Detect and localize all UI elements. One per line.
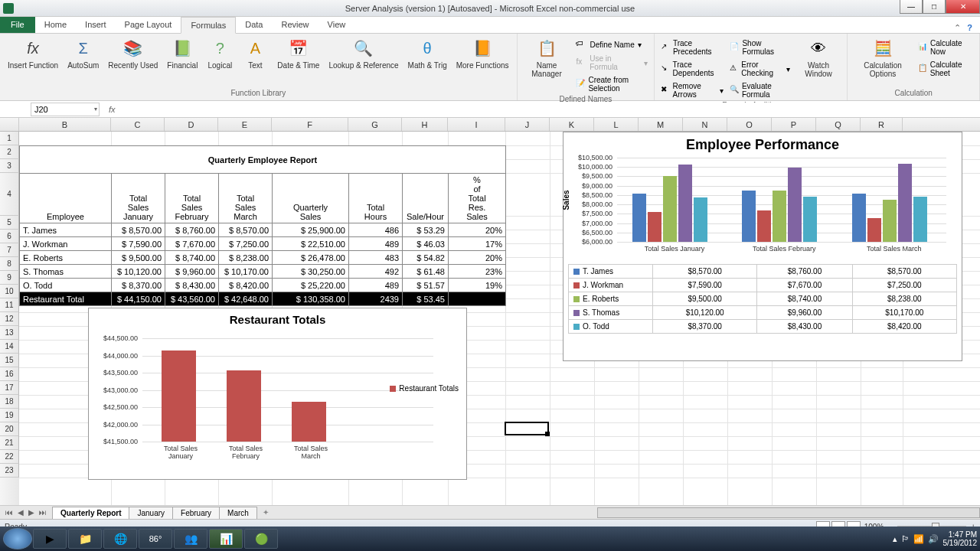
minimize-ribbon-icon[interactable]: ⌃	[954, 23, 961, 33]
tab-formulas[interactable]: Formulas	[181, 17, 236, 34]
column-header[interactable]: C	[111, 118, 165, 131]
evaluate-formula-button[interactable]: 🔍Evaluate Formula	[728, 81, 792, 99]
file-tab[interactable]: File	[0, 16, 35, 33]
taskbar-chrome[interactable]: 🌐	[103, 529, 137, 549]
row-header[interactable]: 22	[0, 450, 19, 464]
column-header[interactable]: L	[594, 118, 639, 131]
tab-review[interactable]: Review	[272, 16, 318, 33]
new-sheet-button[interactable]: ✦	[256, 508, 275, 517]
row-header[interactable]: 3	[0, 159, 19, 173]
column-header[interactable]: E	[218, 118, 272, 131]
sheet-last-button[interactable]: ⏭	[37, 508, 49, 517]
row-header[interactable]: 16	[0, 367, 19, 381]
column-header[interactable]: M	[639, 118, 683, 131]
close-button[interactable]: ✕	[946, 0, 980, 14]
spreadsheet-grid[interactable]: BCDEFGHIJKLMNOPQR 1234567891011121314151…	[0, 118, 980, 505]
tab-view[interactable]: View	[318, 16, 355, 33]
remove-arrows-button[interactable]: ✖Remove Arrows ▾	[659, 81, 725, 99]
row-header[interactable]: 12	[0, 312, 19, 326]
column-header[interactable]: O	[727, 118, 772, 131]
column-header[interactable]: J	[505, 118, 550, 131]
maximize-button[interactable]: □	[923, 0, 946, 14]
taskbar-media[interactable]: ▶	[33, 529, 67, 549]
error-checking-button[interactable]: ⚠Error Checking ▾	[728, 60, 792, 78]
financial-button[interactable]: 📗Financial	[164, 35, 201, 71]
sheet-tab-quarterly-report[interactable]: Quarterly Report	[52, 507, 129, 519]
minimize-button[interactable]: —	[900, 0, 923, 14]
help-icon[interactable]: ?	[967, 23, 972, 33]
column-header[interactable]: Q	[816, 118, 861, 131]
tray-up-icon[interactable]: ▴	[893, 534, 897, 544]
taskbar-app1[interactable]: 👥	[174, 529, 207, 549]
sheet-first-button[interactable]: ⏮	[3, 508, 15, 517]
tab-page-layout[interactable]: Page Layout	[116, 16, 181, 33]
autosum-button[interactable]: ΣAutoSum	[64, 35, 102, 71]
column-header[interactable]: R	[861, 118, 903, 131]
clock-time[interactable]: 1:47 PM	[943, 530, 978, 539]
column-header[interactable]: B	[19, 118, 111, 131]
sheet-tab-february[interactable]: February	[172, 507, 220, 519]
calculation-options-button[interactable]: 🧮Calculation Options	[852, 35, 913, 80]
taskbar-weather[interactable]: 86°	[139, 529, 172, 549]
row-header[interactable]: 15	[0, 354, 19, 367]
tab-home[interactable]: Home	[35, 16, 76, 33]
sheet-prev-button[interactable]: ◀	[15, 508, 26, 517]
row-header[interactable]: 19	[0, 409, 19, 422]
start-button[interactable]	[3, 528, 32, 549]
row-header[interactable]: 11	[0, 298, 19, 312]
name-manager-button[interactable]: 📋Name Manager	[522, 35, 572, 80]
trace-precedents-button[interactable]: ↗Trace Precedents	[659, 38, 725, 57]
select-all-corner[interactable]	[0, 118, 19, 131]
trace-dependents-button[interactable]: ↘Trace Dependents	[659, 60, 725, 78]
sheet-next-button[interactable]: ▶	[26, 508, 37, 517]
date-time-button[interactable]: 📅Date & Time	[274, 35, 322, 71]
row-header[interactable]: 8	[0, 257, 19, 271]
taskbar-explorer[interactable]: 📁	[68, 529, 102, 549]
column-header[interactable]: N	[683, 118, 727, 131]
use-in-formula-button[interactable]: fxUse in Formula ▾	[574, 54, 649, 72]
row-header[interactable]: 13	[0, 326, 19, 340]
row-header[interactable]: 23	[0, 464, 19, 478]
more-functions-button[interactable]: 📙More Functions	[453, 35, 512, 71]
row-header[interactable]: 10	[0, 285, 19, 298]
sheet-tab-march[interactable]: March	[219, 507, 257, 519]
tray-flag-icon[interactable]: 🏳	[901, 534, 910, 544]
column-header[interactable]: G	[348, 118, 402, 131]
calculate-sheet-button[interactable]: 📋Calculate Sheet	[916, 60, 975, 78]
show-formulas-button[interactable]: 📄Show Formulas	[728, 38, 792, 57]
tab-data[interactable]: Data	[236, 16, 272, 33]
clock-date[interactable]: 5/19/2012	[943, 539, 978, 547]
restaurant-totals-chart[interactable]: Restaurant Totals $44,500.00$44,000.00$4…	[88, 308, 467, 480]
sheet-tab-january[interactable]: January	[129, 507, 173, 519]
row-header[interactable]: 4	[0, 173, 19, 216]
column-header[interactable]: I	[448, 118, 505, 131]
row-header[interactable]: 6	[0, 230, 19, 243]
watch-window-button[interactable]: 👁Watch Window	[795, 35, 843, 80]
fx-icon[interactable]: fx	[103, 105, 122, 114]
horizontal-scrollbar[interactable]	[597, 507, 980, 518]
tray-icons[interactable]: ▴ 🏳 📶 🔊	[893, 534, 939, 544]
row-header[interactable]: 2	[0, 145, 19, 159]
row-header[interactable]: 17	[0, 381, 19, 395]
column-header[interactable]: F	[272, 118, 348, 131]
taskbar-excel[interactable]: 📊	[209, 529, 243, 549]
row-header[interactable]: 14	[0, 340, 19, 354]
row-header[interactable]: 9	[0, 271, 19, 285]
create-from-selection-button[interactable]: 📝Create from Selection	[574, 75, 649, 93]
define-name-button[interactable]: 🏷Define Name ▾	[574, 38, 649, 51]
column-header[interactable]: P	[772, 118, 816, 131]
employee-performance-chart[interactable]: Employee Performance $10,500.00$10,000.0…	[563, 132, 962, 361]
name-box[interactable]: J20	[31, 103, 100, 116]
row-header[interactable]: 21	[0, 436, 19, 450]
formula-input[interactable]	[122, 103, 980, 116]
row-header[interactable]: 18	[0, 395, 19, 409]
calculate-now-button[interactable]: 📊Calculate Now	[916, 38, 975, 57]
column-header[interactable]: K	[550, 118, 594, 131]
math-trig-button[interactable]: θMath & Trig	[405, 35, 450, 71]
column-header[interactable]: H	[402, 118, 448, 131]
insert-function-button[interactable]: fxInsert Function	[5, 35, 61, 71]
text-button[interactable]: AText	[239, 35, 271, 71]
taskbar-app2[interactable]: 🟢	[244, 529, 278, 549]
column-header[interactable]: D	[165, 118, 218, 131]
row-header[interactable]: 20	[0, 422, 19, 436]
